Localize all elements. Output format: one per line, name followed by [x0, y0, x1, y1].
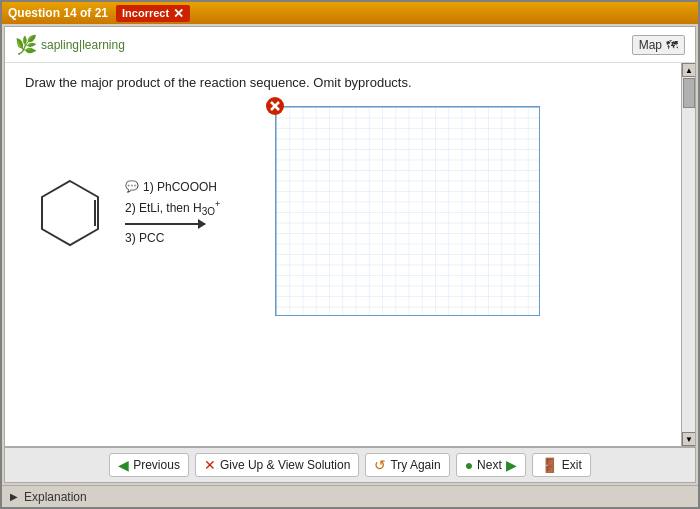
previous-icon: ◀: [118, 457, 129, 473]
scrollbar: ▲ ▼: [681, 63, 695, 446]
question-label: Question 14 of 21: [8, 6, 108, 20]
give-up-icon: ✕: [204, 457, 216, 473]
previous-label: Previous: [133, 458, 180, 472]
title-bar: Question 14 of 21 Incorrect ✕: [2, 2, 698, 24]
chemistry-area: 💬 1) PhCOOOH 2) EtLi, then H3O+ 3) PCC: [25, 106, 667, 319]
grid-canvas[interactable]: [275, 106, 540, 316]
reagent-step2-suffix: 3O: [202, 206, 215, 217]
explanation-label: Explanation: [24, 490, 87, 504]
reaction-arrow: [125, 223, 205, 225]
svg-rect-5: [276, 107, 540, 316]
reagents-block: 💬 1) PhCOOOH 2) EtLi, then H3O+ 3) PCC: [125, 178, 255, 247]
incorrect-label: Incorrect: [122, 7, 169, 19]
reagent-step1: 1) PhCOOOH: [143, 178, 217, 196]
scroll-area: ▲ ▼ Draw the major product of the reacti…: [5, 63, 695, 446]
try-again-icon: ↺: [374, 457, 386, 473]
map-label: Map: [639, 38, 662, 52]
svg-marker-0: [42, 181, 98, 245]
scroll-track: [682, 77, 695, 432]
bottom-toolbar: ◀ Previous ✕ Give Up & View Solution ↺ T…: [5, 446, 695, 482]
try-again-label: Try Again: [390, 458, 440, 472]
map-button[interactable]: Map 🗺: [632, 35, 685, 55]
map-icon: 🗺: [666, 38, 678, 52]
content-header: 🌿 sapling|learning Map 🗺: [5, 27, 695, 63]
logo: 🌿 sapling|learning: [15, 34, 125, 56]
status-bar: ▶ Explanation: [2, 485, 698, 507]
drawing-area: [275, 106, 540, 319]
next-arrow-icon: ▶: [506, 457, 517, 473]
reagent-step3: 3) PCC: [125, 229, 164, 247]
reagent-step2-prefix: 2) EtLi, then H: [125, 201, 202, 215]
incorrect-badge: Incorrect ✕: [116, 5, 190, 22]
next-label: Next: [477, 458, 502, 472]
explanation-arrow[interactable]: ▶: [10, 491, 18, 502]
scroll-down-button[interactable]: ▼: [682, 432, 695, 446]
exit-button[interactable]: 🚪 Exit: [532, 453, 591, 477]
leaf-icon: 🌿: [15, 34, 37, 56]
arrow-container: [125, 223, 205, 225]
main-content: 🌿 sapling|learning Map 🗺 ▲ ▼: [4, 26, 696, 483]
delete-button[interactable]: [265, 96, 285, 116]
give-up-label: Give Up & View Solution: [220, 458, 351, 472]
exit-icon: 🚪: [541, 457, 558, 473]
reagent-icon-1: 💬: [125, 180, 139, 193]
logo-text: sapling|learning: [41, 38, 125, 52]
scroll-up-button[interactable]: ▲: [682, 63, 695, 77]
previous-button[interactable]: ◀ Previous: [109, 453, 189, 477]
app-window: Question 14 of 21 Incorrect ✕ 🌿 sapling|…: [0, 0, 700, 509]
incorrect-x-icon: ✕: [173, 6, 184, 21]
molecule-svg: [25, 173, 115, 253]
reagent-step2-sup: +: [215, 199, 220, 209]
reagent-step3-text: 3) PCC: [125, 231, 164, 245]
scroll-thumb[interactable]: [683, 78, 695, 108]
try-again-button[interactable]: ↺ Try Again: [365, 453, 449, 477]
logo-sapling: sapling: [41, 38, 79, 52]
next-icon: ●: [465, 457, 473, 473]
next-button[interactable]: ● Next ▶: [456, 453, 526, 477]
give-up-button[interactable]: ✕ Give Up & View Solution: [195, 453, 360, 477]
question-text: Draw the major product of the reaction s…: [25, 75, 667, 90]
logo-learning: learning: [82, 38, 125, 52]
exit-label: Exit: [562, 458, 582, 472]
reagent-step2: 2) EtLi, then H3O+: [125, 198, 220, 219]
question-area: Draw the major product of the reaction s…: [5, 63, 695, 341]
